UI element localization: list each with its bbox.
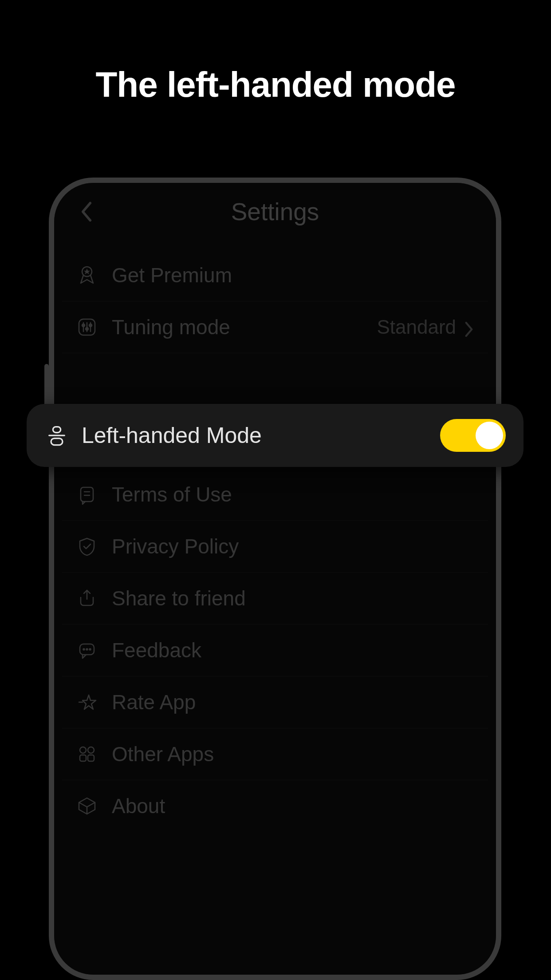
- left-handed-toggle[interactable]: [440, 419, 506, 452]
- row-label: Left-handed Mode: [82, 423, 262, 448]
- svg-rect-9: [81, 487, 93, 502]
- shield-icon: [75, 534, 99, 559]
- settings-screen: Settings Get Premium: [54, 183, 496, 975]
- row-rate[interactable]: Rate App: [62, 676, 488, 728]
- chevron-left-icon: [79, 201, 94, 223]
- row-label: Get Premium: [112, 263, 232, 287]
- chat-icon: [75, 638, 99, 663]
- row-value: Standard: [377, 316, 456, 338]
- row-label: Privacy Policy: [112, 534, 239, 558]
- svg-point-16: [90, 649, 91, 650]
- svg-point-20: [88, 747, 94, 753]
- row-feedback[interactable]: Feedback: [62, 624, 488, 676]
- svg-point-6: [86, 328, 88, 330]
- svg-marker-18: [83, 695, 96, 709]
- back-button[interactable]: [78, 203, 95, 221]
- chevron-right-icon: [463, 321, 476, 333]
- terms-icon: [75, 482, 99, 507]
- row-label: Terms of Use: [112, 482, 232, 506]
- svg-point-15: [87, 649, 88, 650]
- svg-rect-21: [80, 755, 86, 761]
- svg-rect-26: [51, 439, 63, 445]
- row-left-handed-mode[interactable]: Left-handed Mode: [27, 404, 523, 467]
- box-icon: [75, 794, 99, 818]
- row-get-premium[interactable]: Get Premium: [62, 249, 488, 301]
- row-label: Tuning mode: [112, 315, 230, 339]
- share-icon: [75, 586, 99, 611]
- row-privacy[interactable]: Privacy Policy: [62, 521, 488, 573]
- row-about[interactable]: About: [62, 780, 488, 832]
- svg-rect-24: [53, 427, 60, 433]
- apps-icon: [75, 742, 99, 767]
- row-terms[interactable]: Terms of Use: [62, 469, 488, 521]
- row-label: About: [112, 794, 165, 818]
- page-title: Settings: [231, 198, 319, 226]
- row-tuning-mode[interactable]: Tuning mode Standard: [62, 301, 488, 353]
- phone-frame: Settings Get Premium: [49, 178, 501, 980]
- row-label: Share to friend: [112, 586, 246, 610]
- promo-title: The left-handed mode: [0, 64, 551, 105]
- toggle-knob: [476, 422, 503, 449]
- svg-point-4: [82, 324, 85, 327]
- settings-list: Get Premium Tuning mode Standard: [62, 249, 488, 832]
- list-gap: [62, 353, 488, 411]
- row-label: Other Apps: [112, 742, 214, 766]
- svg-rect-22: [88, 755, 94, 761]
- row-label: Rate App: [112, 690, 196, 714]
- star-icon: [75, 690, 99, 715]
- svg-marker-1: [84, 269, 90, 274]
- row-other-apps[interactable]: Other Apps: [62, 728, 488, 780]
- left-handed-icon: [44, 423, 69, 448]
- row-share[interactable]: Share to friend: [62, 573, 488, 624]
- svg-point-14: [83, 649, 85, 650]
- tuning-icon: [75, 315, 99, 340]
- svg-point-8: [89, 324, 92, 327]
- svg-point-19: [80, 747, 86, 753]
- premium-icon: [75, 263, 99, 288]
- row-label: Feedback: [112, 638, 201, 662]
- header: Settings: [62, 192, 488, 232]
